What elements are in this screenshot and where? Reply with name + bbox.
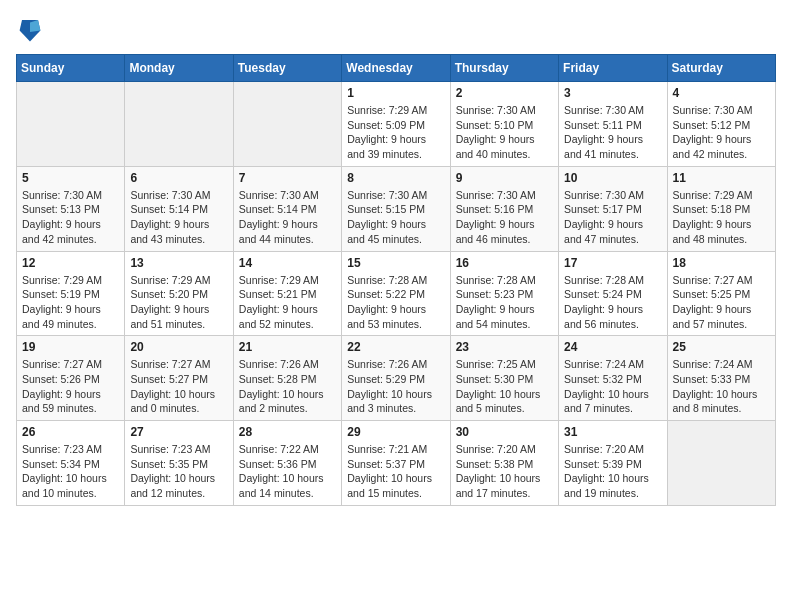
day-number: 15 bbox=[347, 256, 444, 270]
calendar-week-1: 1Sunrise: 7:29 AM Sunset: 5:09 PM Daylig… bbox=[17, 82, 776, 167]
calendar-cell: 25Sunrise: 7:24 AM Sunset: 5:33 PM Dayli… bbox=[667, 336, 775, 421]
day-number: 3 bbox=[564, 86, 661, 100]
calendar-cell: 3Sunrise: 7:30 AM Sunset: 5:11 PM Daylig… bbox=[559, 82, 667, 167]
day-number: 1 bbox=[347, 86, 444, 100]
weekday-header-sunday: Sunday bbox=[17, 55, 125, 82]
calendar-cell: 26Sunrise: 7:23 AM Sunset: 5:34 PM Dayli… bbox=[17, 421, 125, 506]
day-info: Sunrise: 7:26 AM Sunset: 5:29 PM Dayligh… bbox=[347, 357, 444, 416]
calendar-cell: 13Sunrise: 7:29 AM Sunset: 5:20 PM Dayli… bbox=[125, 251, 233, 336]
day-number: 24 bbox=[564, 340, 661, 354]
day-number: 8 bbox=[347, 171, 444, 185]
logo bbox=[16, 16, 48, 44]
weekday-header-friday: Friday bbox=[559, 55, 667, 82]
calendar-cell: 9Sunrise: 7:30 AM Sunset: 5:16 PM Daylig… bbox=[450, 166, 558, 251]
calendar-week-3: 12Sunrise: 7:29 AM Sunset: 5:19 PM Dayli… bbox=[17, 251, 776, 336]
day-info: Sunrise: 7:30 AM Sunset: 5:16 PM Dayligh… bbox=[456, 188, 553, 247]
day-number: 10 bbox=[564, 171, 661, 185]
calendar-cell: 18Sunrise: 7:27 AM Sunset: 5:25 PM Dayli… bbox=[667, 251, 775, 336]
logo-icon bbox=[18, 16, 42, 44]
day-number: 26 bbox=[22, 425, 119, 439]
calendar-week-5: 26Sunrise: 7:23 AM Sunset: 5:34 PM Dayli… bbox=[17, 421, 776, 506]
day-info: Sunrise: 7:29 AM Sunset: 5:19 PM Dayligh… bbox=[22, 273, 119, 332]
weekday-header-tuesday: Tuesday bbox=[233, 55, 341, 82]
weekday-row: SundayMondayTuesdayWednesdayThursdayFrid… bbox=[17, 55, 776, 82]
weekday-header-monday: Monday bbox=[125, 55, 233, 82]
weekday-header-wednesday: Wednesday bbox=[342, 55, 450, 82]
day-number: 21 bbox=[239, 340, 336, 354]
day-info: Sunrise: 7:22 AM Sunset: 5:36 PM Dayligh… bbox=[239, 442, 336, 501]
calendar-cell: 2Sunrise: 7:30 AM Sunset: 5:10 PM Daylig… bbox=[450, 82, 558, 167]
day-number: 30 bbox=[456, 425, 553, 439]
calendar-week-4: 19Sunrise: 7:27 AM Sunset: 5:26 PM Dayli… bbox=[17, 336, 776, 421]
calendar-cell: 12Sunrise: 7:29 AM Sunset: 5:19 PM Dayli… bbox=[17, 251, 125, 336]
day-info: Sunrise: 7:29 AM Sunset: 5:21 PM Dayligh… bbox=[239, 273, 336, 332]
day-info: Sunrise: 7:21 AM Sunset: 5:37 PM Dayligh… bbox=[347, 442, 444, 501]
day-info: Sunrise: 7:23 AM Sunset: 5:34 PM Dayligh… bbox=[22, 442, 119, 501]
day-info: Sunrise: 7:27 AM Sunset: 5:27 PM Dayligh… bbox=[130, 357, 227, 416]
day-number: 28 bbox=[239, 425, 336, 439]
calendar-cell: 8Sunrise: 7:30 AM Sunset: 5:15 PM Daylig… bbox=[342, 166, 450, 251]
day-number: 19 bbox=[22, 340, 119, 354]
calendar-cell: 28Sunrise: 7:22 AM Sunset: 5:36 PM Dayli… bbox=[233, 421, 341, 506]
calendar-header: SundayMondayTuesdayWednesdayThursdayFrid… bbox=[17, 55, 776, 82]
day-number: 18 bbox=[673, 256, 770, 270]
weekday-header-saturday: Saturday bbox=[667, 55, 775, 82]
day-number: 12 bbox=[22, 256, 119, 270]
day-info: Sunrise: 7:30 AM Sunset: 5:17 PM Dayligh… bbox=[564, 188, 661, 247]
calendar-cell bbox=[125, 82, 233, 167]
day-info: Sunrise: 7:29 AM Sunset: 5:20 PM Dayligh… bbox=[130, 273, 227, 332]
day-info: Sunrise: 7:24 AM Sunset: 5:33 PM Dayligh… bbox=[673, 357, 770, 416]
calendar-cell: 21Sunrise: 7:26 AM Sunset: 5:28 PM Dayli… bbox=[233, 336, 341, 421]
calendar-cell: 29Sunrise: 7:21 AM Sunset: 5:37 PM Dayli… bbox=[342, 421, 450, 506]
calendar-cell: 10Sunrise: 7:30 AM Sunset: 5:17 PM Dayli… bbox=[559, 166, 667, 251]
day-info: Sunrise: 7:30 AM Sunset: 5:10 PM Dayligh… bbox=[456, 103, 553, 162]
calendar-cell: 14Sunrise: 7:29 AM Sunset: 5:21 PM Dayli… bbox=[233, 251, 341, 336]
day-info: Sunrise: 7:27 AM Sunset: 5:25 PM Dayligh… bbox=[673, 273, 770, 332]
calendar-table: SundayMondayTuesdayWednesdayThursdayFrid… bbox=[16, 54, 776, 506]
day-number: 7 bbox=[239, 171, 336, 185]
day-info: Sunrise: 7:30 AM Sunset: 5:14 PM Dayligh… bbox=[130, 188, 227, 247]
day-info: Sunrise: 7:27 AM Sunset: 5:26 PM Dayligh… bbox=[22, 357, 119, 416]
day-number: 20 bbox=[130, 340, 227, 354]
day-info: Sunrise: 7:20 AM Sunset: 5:39 PM Dayligh… bbox=[564, 442, 661, 501]
calendar-cell bbox=[233, 82, 341, 167]
calendar-cell: 15Sunrise: 7:28 AM Sunset: 5:22 PM Dayli… bbox=[342, 251, 450, 336]
day-number: 11 bbox=[673, 171, 770, 185]
day-info: Sunrise: 7:29 AM Sunset: 5:09 PM Dayligh… bbox=[347, 103, 444, 162]
calendar-cell: 11Sunrise: 7:29 AM Sunset: 5:18 PM Dayli… bbox=[667, 166, 775, 251]
calendar-cell: 16Sunrise: 7:28 AM Sunset: 5:23 PM Dayli… bbox=[450, 251, 558, 336]
day-number: 13 bbox=[130, 256, 227, 270]
calendar-cell: 1Sunrise: 7:29 AM Sunset: 5:09 PM Daylig… bbox=[342, 82, 450, 167]
day-info: Sunrise: 7:25 AM Sunset: 5:30 PM Dayligh… bbox=[456, 357, 553, 416]
calendar-cell: 27Sunrise: 7:23 AM Sunset: 5:35 PM Dayli… bbox=[125, 421, 233, 506]
day-number: 6 bbox=[130, 171, 227, 185]
day-info: Sunrise: 7:20 AM Sunset: 5:38 PM Dayligh… bbox=[456, 442, 553, 501]
calendar-cell: 5Sunrise: 7:30 AM Sunset: 5:13 PM Daylig… bbox=[17, 166, 125, 251]
day-number: 22 bbox=[347, 340, 444, 354]
day-info: Sunrise: 7:30 AM Sunset: 5:12 PM Dayligh… bbox=[673, 103, 770, 162]
day-info: Sunrise: 7:30 AM Sunset: 5:14 PM Dayligh… bbox=[239, 188, 336, 247]
day-number: 23 bbox=[456, 340, 553, 354]
calendar-cell bbox=[667, 421, 775, 506]
day-number: 31 bbox=[564, 425, 661, 439]
day-number: 25 bbox=[673, 340, 770, 354]
calendar-cell bbox=[17, 82, 125, 167]
day-number: 4 bbox=[673, 86, 770, 100]
weekday-header-thursday: Thursday bbox=[450, 55, 558, 82]
day-number: 16 bbox=[456, 256, 553, 270]
calendar-week-2: 5Sunrise: 7:30 AM Sunset: 5:13 PM Daylig… bbox=[17, 166, 776, 251]
day-info: Sunrise: 7:30 AM Sunset: 5:13 PM Dayligh… bbox=[22, 188, 119, 247]
day-number: 27 bbox=[130, 425, 227, 439]
calendar-body: 1Sunrise: 7:29 AM Sunset: 5:09 PM Daylig… bbox=[17, 82, 776, 506]
day-number: 5 bbox=[22, 171, 119, 185]
day-info: Sunrise: 7:26 AM Sunset: 5:28 PM Dayligh… bbox=[239, 357, 336, 416]
calendar-cell: 17Sunrise: 7:28 AM Sunset: 5:24 PM Dayli… bbox=[559, 251, 667, 336]
day-info: Sunrise: 7:24 AM Sunset: 5:32 PM Dayligh… bbox=[564, 357, 661, 416]
day-info: Sunrise: 7:23 AM Sunset: 5:35 PM Dayligh… bbox=[130, 442, 227, 501]
calendar-cell: 7Sunrise: 7:30 AM Sunset: 5:14 PM Daylig… bbox=[233, 166, 341, 251]
page-header bbox=[16, 16, 776, 44]
calendar-cell: 31Sunrise: 7:20 AM Sunset: 5:39 PM Dayli… bbox=[559, 421, 667, 506]
day-number: 9 bbox=[456, 171, 553, 185]
calendar-cell: 19Sunrise: 7:27 AM Sunset: 5:26 PM Dayli… bbox=[17, 336, 125, 421]
day-info: Sunrise: 7:30 AM Sunset: 5:11 PM Dayligh… bbox=[564, 103, 661, 162]
